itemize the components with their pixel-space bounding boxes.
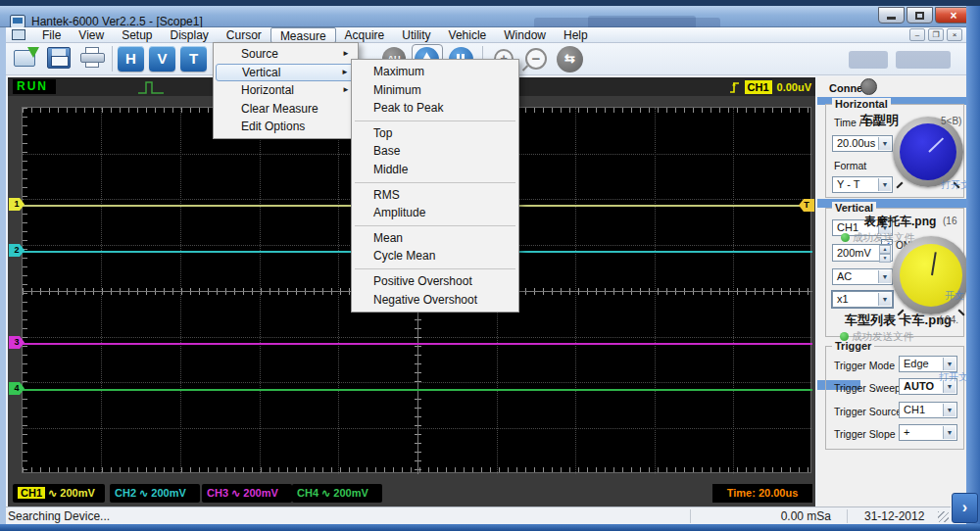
probe-value: x1 (837, 293, 849, 305)
vertical-panel-button[interactable]: V (149, 46, 175, 72)
spin-up-icon[interactable]: ▲ (879, 245, 891, 254)
knob-pointer (928, 137, 944, 152)
ch4-readout[interactable]: CH4 ∿ 200mV (292, 484, 382, 503)
trigger-source-select[interactable]: CH1 ▼ (899, 402, 957, 418)
horizontal-knob[interactable] (893, 117, 963, 187)
submenu-item-amplitude[interactable]: Amplitude (352, 204, 518, 222)
spin-down-icon[interactable]: ▼ (879, 254, 891, 263)
submenu-item-mean[interactable]: Mean (352, 229, 518, 248)
coupling-select[interactable]: AC ▼ (832, 268, 893, 285)
ch3-coupling-icon: ∿ (231, 487, 240, 499)
toast-filename-3: 车型列表 卡车.png (845, 312, 952, 329)
format-value: Y - T (837, 178, 859, 190)
chevron-right-icon: › (962, 499, 967, 515)
submenu-item-rms[interactable]: RMS (352, 186, 518, 205)
mdi-window-controls: – ❐ × (909, 28, 962, 41)
submenu-item-negative-overshoot[interactable]: Negative Overshoot (352, 291, 518, 310)
menu-file[interactable]: File (33, 27, 70, 43)
volt-div-spinner[interactable]: 200mV ▲▼ (832, 244, 893, 262)
ch3-trace (23, 343, 812, 345)
open-file-button[interactable] (14, 47, 39, 69)
connect-indicator (860, 78, 877, 95)
menu-help[interactable]: Help (555, 27, 597, 43)
submenu-item-peak-to-peak[interactable]: Peak to Peak (352, 99, 518, 118)
ch2-readout[interactable]: CH2 ∿ 200mV (110, 484, 200, 503)
chevron-down-icon: ▼ (943, 426, 956, 439)
menu-measure[interactable]: Measure (270, 27, 336, 43)
menu-setup[interactable]: Setup (113, 27, 161, 43)
title-bar[interactable]: Hantek-6000 Ver2.2.5 - [Scope1] × (0, 6, 980, 27)
menu-item-source[interactable]: Source ► (214, 45, 358, 64)
menu-separator (355, 268, 515, 269)
menu-acquire[interactable]: Acquire (336, 27, 394, 43)
trigger-slope-value: + (904, 426, 909, 438)
refresh-icon[interactable]: ⇆ (557, 46, 583, 72)
toast-filename-2: 表摩托车.png (864, 214, 936, 230)
printer-tray-icon (85, 62, 99, 68)
channel-readout-bar: CH1 ∿ 200mV CH2 ∿ 200mV CH3 ∿ 200mV CH4 … (8, 481, 815, 507)
print-button[interactable] (80, 47, 106, 69)
zoom-out-icon[interactable]: − (525, 48, 547, 70)
menu-item-clear-measure[interactable]: Clear Measure (214, 100, 358, 119)
trigger-slope-select[interactable]: + ▼ (899, 424, 957, 441)
horizontal-panel-button[interactable]: H (118, 46, 144, 72)
ch3-volt-div: 200mV (243, 487, 277, 499)
background-chevron-button[interactable]: › (952, 493, 978, 523)
submenu-item-maximum[interactable]: Maximum (352, 63, 518, 81)
menu-vehicle[interactable]: Vehicle (440, 27, 496, 43)
horizontal-group-title: Horizontal (832, 98, 891, 110)
maximize-icon (915, 12, 924, 20)
menu-item-edit-options[interactable]: Edit Options (214, 118, 358, 136)
ch3-readout[interactable]: CH3 ∿ 200mV (202, 484, 292, 503)
trigger-sweep-value: AUTO (904, 380, 934, 392)
spinner-buttons[interactable]: ▲▼ (879, 245, 891, 261)
submenu-item-top[interactable]: Top (352, 124, 518, 143)
resize-grip[interactable] (938, 511, 949, 522)
menu-item-horizontal[interactable]: Horizontal ► (214, 81, 358, 100)
ch1-readout[interactable]: CH1 ∿ 200mV (13, 484, 105, 503)
mdi-restore-button[interactable]: ❐ (928, 28, 944, 41)
menu-separator (355, 182, 515, 183)
time-div-select[interactable]: 20.00us ▼ (832, 135, 893, 152)
trigger-source-label: Trigger Source (834, 406, 902, 417)
success-dot-icon (840, 332, 849, 341)
time-div-readout: Time: 20.00us (712, 484, 812, 503)
chevron-down-icon: ▼ (943, 358, 956, 370)
trigger-channel-badge: CH1 (745, 80, 772, 94)
submenu-item-positive-overshoot[interactable]: Positive Overshoot (352, 272, 518, 291)
menu-item-vertical[interactable]: Vertical ► (216, 64, 356, 82)
trigger-panel-button[interactable]: T (180, 46, 207, 72)
menu-cursor[interactable]: Cursor (218, 27, 270, 43)
menu-window[interactable]: Window (495, 27, 555, 43)
submenu-item-base[interactable]: Base (352, 142, 518, 161)
mdi-close-button[interactable]: × (947, 28, 962, 41)
submenu-item-middle[interactable]: Middle (352, 161, 518, 179)
submenu-item-cycle-mean[interactable]: Cycle Mean (352, 247, 518, 266)
format-select[interactable]: Y - T ▼ (832, 176, 893, 193)
minimize-button[interactable] (878, 7, 905, 24)
menu-utility[interactable]: Utility (393, 27, 439, 43)
menu-item-label: Vertical (242, 66, 280, 79)
toast-filesize-2: (16 (943, 216, 956, 226)
toast-status-1: 成功发送文件 (853, 231, 914, 245)
submenu-item-minimum[interactable]: Minimum (352, 81, 518, 100)
menu-item-label: Horizontal (241, 83, 294, 97)
left-tick-ruler (23, 108, 27, 474)
chevron-down-icon: ▼ (943, 404, 956, 416)
mdi-minimize-button[interactable]: – (909, 28, 925, 41)
ch4-coupling-icon: ∿ (321, 487, 330, 499)
vertical-group-title: Vertical (832, 202, 876, 214)
success-dot-icon (841, 233, 850, 242)
vertical-knob[interactable] (892, 236, 970, 314)
status-divider (690, 509, 691, 523)
save-button[interactable] (47, 47, 71, 69)
menu-separator (355, 225, 515, 226)
trigger-level-value: 0.00uV (777, 81, 811, 93)
chevron-down-icon: ▼ (878, 270, 891, 283)
maximize-button[interactable] (906, 7, 933, 24)
menu-display[interactable]: Display (162, 27, 218, 43)
run-status-badge: RUN (13, 79, 56, 94)
submenu-arrow-icon: ► (341, 65, 349, 81)
menu-view[interactable]: View (70, 27, 113, 43)
probe-select[interactable]: x1 ▼ (832, 291, 893, 308)
